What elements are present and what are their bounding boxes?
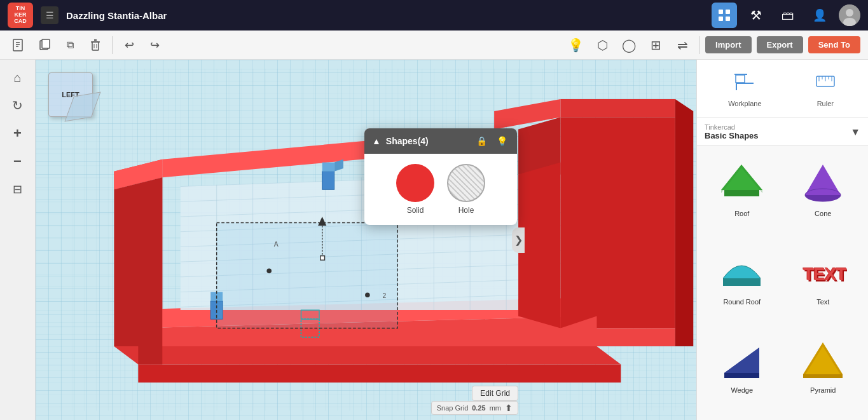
- shape-card-cone[interactable]: Cone: [783, 151, 864, 238]
- left-sidebar: ⌂ ↻ + − ⊟: [0, 60, 36, 420]
- shapes-grid: Roof Cone: [697, 146, 868, 420]
- separator-2: [699, 36, 700, 54]
- import-button[interactable]: Import: [705, 36, 751, 53]
- svg-rect-12: [42, 39, 50, 48]
- shape-card-pyramid[interactable]: Pyramid: [783, 328, 864, 415]
- svg-marker-54: [114, 177, 162, 346]
- undo-btn[interactable]: ↩: [118, 34, 141, 57]
- svg-marker-97: [803, 342, 843, 374]
- shapes-popup-title: Shapes(4): [386, 136, 469, 146]
- library-dropdown-arrow[interactable]: ▼: [850, 126, 860, 138]
- hammer-btn[interactable]: ⚒: [743, 3, 769, 28]
- tinkercad-logo[interactable]: TINKERCAD: [8, 3, 33, 28]
- svg-rect-13: [92, 42, 99, 50]
- svg-point-5: [846, 9, 853, 17]
- shapes-popup: ▲ Shapes(4) 🔒 💡 Solid Hole: [364, 128, 517, 225]
- svg-marker-75: [736, 75, 745, 83]
- delete-btn[interactable]: [84, 34, 107, 57]
- mirror-tool-btn[interactable]: ⇌: [670, 33, 694, 57]
- solid-option[interactable]: Solid: [396, 164, 434, 215]
- shapes-popup-body: Solid Hole: [364, 154, 517, 225]
- new-btn[interactable]: [8, 34, 31, 57]
- solid-label: Solid: [407, 206, 424, 215]
- workplane-tool[interactable]: Workplane: [723, 67, 766, 110]
- avatar[interactable]: [839, 4, 860, 26]
- svg-text:2: 2: [383, 292, 387, 299]
- zoom-out-btn[interactable]: −: [5, 149, 31, 174]
- avatar-icon: [839, 4, 860, 26]
- shape-card-text[interactable]: TEXT TEXT TEXT Text: [783, 240, 864, 327]
- canvas-area[interactable]: LEFT: [36, 60, 696, 420]
- layers-btn[interactable]: ⊟: [5, 177, 31, 202]
- svg-rect-99: [803, 374, 843, 378]
- roof-shape-name: Roof: [734, 210, 749, 217]
- action-buttons: Import Export Send To: [705, 36, 860, 53]
- svg-text:A: A: [274, 241, 279, 248]
- library-selector[interactable]: Tinkercad Basic Shapes ▼: [697, 118, 868, 146]
- svg-rect-55: [322, 172, 334, 189]
- redo-btn[interactable]: ↪: [143, 34, 166, 57]
- shapes-popup-header: ▲ Shapes(4) 🔒 💡: [364, 128, 517, 154]
- group-tool-btn[interactable]: ◯: [617, 33, 641, 57]
- hole-label: Hole: [458, 206, 474, 215]
- copy-icon: [38, 38, 52, 52]
- shape-card-roof[interactable]: Roof: [702, 151, 782, 238]
- project-title: Dazzling Stantia-Albar: [66, 10, 704, 21]
- hole-option[interactable]: Hole: [447, 164, 485, 215]
- svg-marker-20: [114, 346, 621, 364]
- rotate-view-btn[interactable]: ↻: [5, 93, 31, 118]
- cone-shape-name: Cone: [815, 210, 831, 217]
- shapes-bulb-btn[interactable]: 💡: [494, 133, 509, 149]
- edit-grid-button[interactable]: Edit Grid: [472, 386, 518, 401]
- svg-rect-70: [320, 256, 325, 261]
- svg-marker-48: [561, 99, 675, 117]
- align-tool-btn[interactable]: ⊞: [644, 33, 668, 57]
- svg-rect-3: [726, 17, 730, 21]
- grid-icon: [718, 9, 731, 22]
- text-shape-img: TEXT TEXT TEXT: [797, 245, 848, 295]
- send-to-button[interactable]: Send To: [808, 36, 860, 53]
- grid-view-btn[interactable]: [712, 3, 737, 28]
- svg-rect-7: [13, 39, 22, 51]
- copy-btn[interactable]: [33, 34, 56, 57]
- panel-collapse-btn[interactable]: ❯: [512, 227, 525, 253]
- ruler-tool[interactable]: Ruler: [809, 67, 842, 110]
- home-view-btn[interactable]: ⌂: [5, 65, 31, 90]
- shape-card-round-roof[interactable]: Round Roof: [702, 240, 782, 327]
- paste-btn[interactable]: ⧉: [59, 34, 81, 57]
- collapse-shapes-btn[interactable]: ▲: [372, 136, 381, 146]
- delete-icon: [88, 38, 102, 52]
- snap-unit: mm: [490, 404, 501, 412]
- shape-card-wedge[interactable]: Wedge: [702, 328, 782, 415]
- workplane-label: Workplane: [728, 100, 761, 107]
- zoom-in-btn[interactable]: +: [5, 121, 31, 146]
- snap-stepper[interactable]: ⬆: [505, 403, 513, 413]
- svg-marker-95: [724, 373, 759, 378]
- svg-rect-0: [719, 10, 723, 14]
- roof-shape-img: [717, 156, 768, 207]
- ruler-icon: [814, 70, 837, 97]
- snap-grid-bar: Snap Grid 0.25 mm ⬆: [431, 401, 518, 415]
- svg-marker-83: [721, 165, 762, 190]
- box-btn[interactable]: 🗃: [775, 3, 801, 28]
- separator-1: [112, 36, 113, 54]
- round-roof-shape-img: [717, 245, 768, 295]
- hole-circle: [447, 164, 485, 202]
- bulb-tool-btn[interactable]: 💡: [563, 33, 588, 57]
- main-content: ⌂ ↻ + − ⊟ LEFT: [0, 60, 868, 420]
- doc-menu-icon[interactable]: ☰: [41, 6, 59, 24]
- cone-shape-img: [797, 156, 848, 207]
- svg-rect-84: [724, 190, 759, 196]
- toolbar: ⧉ ↩ ↪ 💡 ⬡ ◯ ⊞ ⇌ Import Export Send To: [0, 30, 868, 60]
- shapes-lock-btn[interactable]: 🔒: [474, 133, 489, 149]
- export-button[interactable]: Export: [757, 36, 803, 53]
- round-roof-shape-name: Round Roof: [723, 298, 761, 306]
- wedge-shape-name: Wedge: [731, 386, 753, 394]
- pyramid-shape-img: [797, 333, 848, 384]
- text-shape-name: Text: [816, 298, 829, 306]
- shape-tool-btn[interactable]: ⬡: [590, 33, 614, 57]
- library-category-label: Tinkercad: [705, 123, 845, 131]
- svg-rect-65: [217, 222, 398, 328]
- add-user-btn[interactable]: 👤: [807, 3, 832, 28]
- library-name-label: Basic Shapes: [705, 131, 845, 140]
